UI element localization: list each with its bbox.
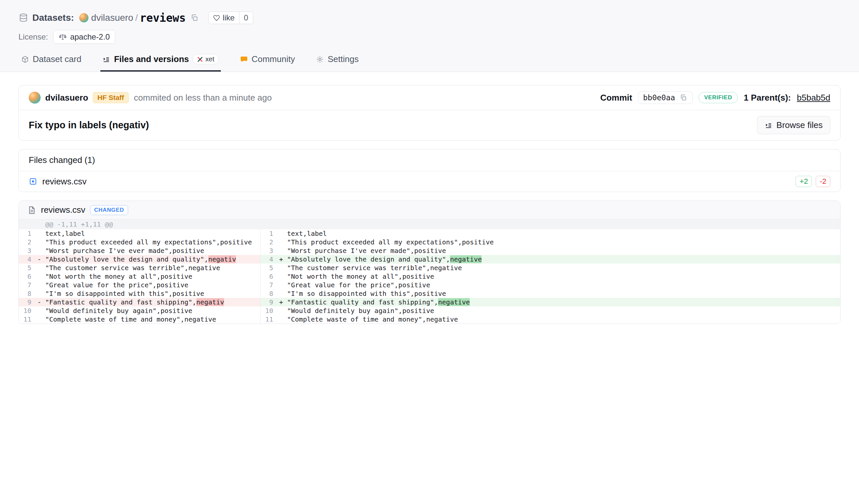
commit-message-row: Fix typo in labels (negativ) Browse file… [19,110,840,140]
files-changed-card: Files changed (1) reviews.csv +2 -2 [18,149,841,192]
commit-author-link[interactable]: dvilasuero [45,93,88,103]
file-diff-icon [29,177,37,186]
changed-word-highlight: negativ [208,255,236,263]
line-number: 10 [260,306,276,315]
license-row: License: apache-2.0 [18,30,841,44]
line-number: 8 [260,289,276,298]
diff-pane-new: 1text,label2"This product exceeded all m… [260,229,840,324]
line-number: 11 [19,315,34,324]
diff-line: 1text,label [260,229,840,238]
code-line: +"Fantastic quality and fast shipping",n… [276,298,840,306]
code-line: "Worst purchase I've ever made",positive [276,247,840,255]
cube-icon [21,56,29,63]
diff-line: 10"Would definitely buy again",positive [260,306,840,315]
diff-line: 1text,label [19,229,260,238]
license-pill[interactable]: apache-2.0 [53,30,115,44]
hf-staff-badge: HF Staff [93,92,129,103]
line-number: 6 [19,272,34,281]
diff-card: reviews.csv CHANGED @@ -1,11 +1,11 @@ 1t… [18,201,841,324]
diff-file-name: reviews.csv [41,205,85,215]
path-separator: / [135,13,138,23]
changed-file-name: reviews.csv [42,176,87,187]
tab-settings[interactable]: Settings [314,50,361,72]
commit-hash: bb0e0aa [643,93,675,102]
tab-files-and-versions[interactable]: Files and versions xet [100,50,221,72]
license-label: License: [18,32,48,42]
diff-line: 7"Great value for the price",positive [260,281,840,289]
code-line: "This product exceeded all my expectatio… [276,238,840,247]
commit-meta-row: dvilasuero HF Staff commited on less tha… [19,85,840,110]
code-line: "I'm so disappointed with this",positive [276,289,840,298]
line-number: 9 [19,298,34,306]
breadcrumb: Datasets: dvilasuero / reviews like 0 [18,10,841,26]
code-line: "The customer service was terrible",nega… [34,264,260,272]
copy-hash-icon[interactable] [679,93,688,102]
diff-line: 2"This product exceeded all my expectati… [260,238,840,247]
commit-message: Fix typo in labels (negativ) [29,120,149,131]
diff-line: 11"Complete waste of time and money",neg… [260,315,840,324]
copy-repo-icon[interactable] [189,13,200,23]
diff-line: 5"The customer service was terrible",neg… [19,264,260,272]
line-number: 5 [260,264,276,272]
line-number: 5 [19,264,34,272]
code-line: "Not worth the money at all",positive [34,272,260,281]
diff-pane-old: 1text,label2"This product exceeded all m… [19,229,260,324]
code-line: "Great value for the price",positive [276,281,840,289]
parent-commit-link[interactable]: b5bab5d [797,93,830,103]
line-number: 1 [19,229,34,238]
line-number: 4 [260,255,276,264]
like-button[interactable]: like [209,12,239,24]
commit-hash-chip: bb0e0aa [638,91,693,104]
diff-line: 6"Not worth the money at all",positive [19,272,260,281]
line-number: 2 [19,238,34,247]
code-line: +"Absolutely love the design and quality… [276,255,840,264]
browse-files-label: Browse files [777,120,823,130]
code-line: -"Fantastic quality and fast shipping",n… [34,298,260,306]
diff-line: 10"Would definitely buy again",positive [19,306,260,315]
line-number: 4 [19,255,34,264]
browse-files-icon [765,121,772,129]
code-line: -"Absolutely love the design and quality… [34,255,260,264]
code-line: "Complete waste of time and money",negat… [34,315,260,324]
page-header: Datasets: dvilasuero / reviews like 0 Li… [0,0,859,72]
owner-link[interactable]: dvilasuero [91,13,133,23]
line-number: 11 [260,315,276,324]
diff-line: 6"Not worth the money at all",positive [260,272,840,281]
gear-icon [316,56,324,63]
line-number: 8 [19,289,34,298]
code-line: "Not worth the money at all",positive [276,272,840,281]
changed-word-highlight: negative [438,298,470,306]
diff-line: 9+"Fantastic quality and fast shipping",… [260,298,840,306]
file-stats: +2 -2 [796,176,830,187]
line-number: 7 [260,281,276,289]
changed-file-row[interactable]: reviews.csv +2 -2 [19,171,840,192]
diff-line: 8"I'm so disappointed with this",positiv… [260,289,840,298]
like-widget: like 0 [208,12,253,24]
document-icon [27,206,36,215]
code-line: text,label [34,229,260,238]
line-number: 6 [260,272,276,281]
diff-body: 1text,label2"This product exceeded all m… [19,229,840,324]
diff-line: 3"Worst purchase I've ever made",positiv… [260,247,840,255]
tab-dataset-card[interactable]: Dataset card [19,50,83,72]
datasets-icon [18,13,28,23]
code-line: "Complete waste of time and money",negat… [276,315,840,324]
like-label: like [223,13,235,22]
commit-hash-group: Commit bb0e0aa VERIFIED 1 Parent(s): b5b… [600,91,830,104]
diff-line: 4-"Absolutely love the design and qualit… [19,255,260,264]
changed-badge: CHANGED [90,205,128,215]
diff-line: 8"I'm so disappointed with this",positiv… [19,289,260,298]
tab-label: Dataset card [33,54,81,64]
tab-community[interactable]: Community [238,50,297,72]
browse-files-button[interactable]: Browse files [757,116,830,134]
commit-author-avatar[interactable] [29,92,41,104]
line-number: 1 [260,229,276,238]
commit-card: dvilasuero HF Staff commited on less tha… [18,85,841,141]
like-count[interactable]: 0 [239,12,253,24]
code-line: text,label [276,229,840,238]
tab-label: Community [252,54,295,64]
parents-label: 1 Parent(s): [744,93,791,103]
owner-avatar[interactable] [79,13,89,22]
diff-file-header: reviews.csv CHANGED [19,201,840,219]
repo-name[interactable]: reviews [140,12,185,25]
